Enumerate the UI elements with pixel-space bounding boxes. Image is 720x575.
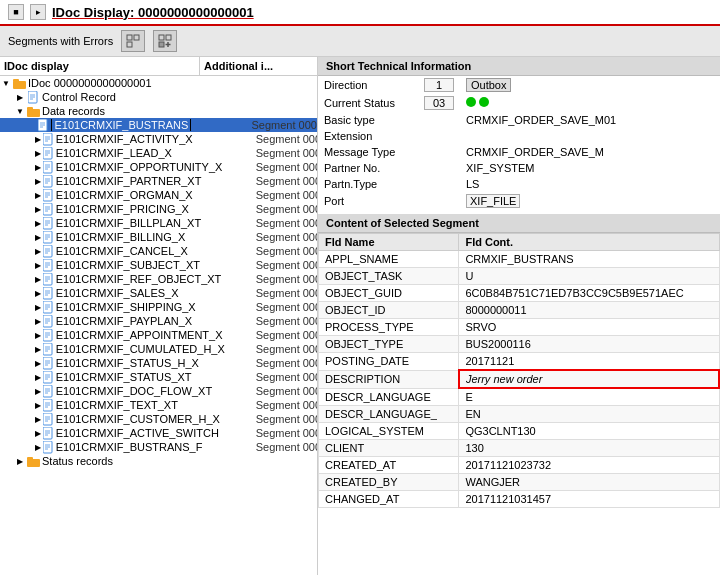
tree-arrow-icon[interactable]: ▶	[33, 357, 42, 369]
tree-item-label: E101CRMXIF_SHIPPING_X	[56, 301, 256, 313]
doc-icon	[43, 385, 54, 397]
tree-item[interactable]: ▶E101CRMXIF_LEAD_XSegment 00001	[0, 146, 317, 160]
tree-arrow-icon[interactable]: ▶	[33, 203, 42, 215]
tree-item[interactable]: ▶E101CRMXIF_BILLPLAN_XTSegment 00006	[0, 216, 317, 230]
tree-arrow-icon[interactable]: ▶	[33, 231, 42, 243]
tree-item-label: E101CRMXIF_STATUS_H_X	[56, 357, 256, 369]
tree-arrow-icon[interactable]: ▼	[0, 77, 12, 89]
tree-arrow-icon[interactable]: ▶	[33, 413, 42, 425]
tree-arrow-icon[interactable]: ▶	[33, 273, 42, 285]
tree-item-label: E101CRMXIF_SUBJECT_XT	[56, 259, 256, 271]
doc-icon	[43, 245, 54, 257]
tree-arrow-icon[interactable]: ▶	[33, 441, 42, 453]
tree-item[interactable]: ▶E101CRMXIF_SUBJECT_XTSegment 00007	[0, 258, 317, 272]
content-field-value: WANGJER	[459, 474, 719, 491]
tree-arrow-icon[interactable]: ▼	[14, 105, 26, 117]
tree-item[interactable]: ▶E101CRMXIF_ACTIVITY_XSegment 00001	[0, 132, 317, 146]
content-field-name: LOGICAL_SYSTEM	[319, 423, 459, 440]
tree-arrow-icon[interactable]: ▶	[33, 245, 42, 257]
tree-item[interactable]: ▶E101CRMXIF_TEXT_XTSegment 00010	[0, 398, 317, 412]
tree-item[interactable]: ▶E101CRMXIF_ACTIVE_SWITCHSegment 00010	[0, 426, 317, 440]
tree-item-segment: Segment 00006	[256, 203, 317, 215]
left-header: IDoc display Additional i...	[0, 57, 317, 76]
tree-item[interactable]: ▶E101CRMXIF_PRICING_XSegment 00006	[0, 202, 317, 216]
content-field-value: 6C0B84B751C71ED7B3CC9C5B9E571AEC	[459, 285, 719, 302]
tree-item[interactable]: ▼Data records	[0, 104, 317, 118]
svg-rect-113	[27, 457, 33, 460]
tree-arrow-icon[interactable]: ▶	[33, 217, 42, 229]
content-field-name: APPL_SNAME	[319, 251, 459, 268]
tree-arrow-icon[interactable]: ▶	[33, 259, 42, 271]
page-title: IDoc Display: 0000000000000001	[52, 5, 254, 20]
content-row: LOGICAL_SYSTEMQG3CLNT130	[319, 423, 720, 440]
tree-item[interactable]: ▶E101CRMXIF_STATUS_H_XSegment 00009	[0, 356, 317, 370]
tree-arrow-icon[interactable]	[26, 119, 37, 131]
tree-item[interactable]: ▶E101CRMXIF_CANCEL_XSegment 00006	[0, 244, 317, 258]
content-row: CLIENT130	[319, 440, 720, 457]
tree-item[interactable]: ▶Control Record	[0, 90, 317, 104]
content-row: DESCR_LANGUAGEE	[319, 388, 720, 406]
tree-item[interactable]: ▶E101CRMXIF_BUSTRANS_FSegment 00011	[0, 440, 317, 454]
tree-item[interactable]: ▶Status records	[0, 454, 317, 468]
tree-arrow-icon[interactable]: ▶	[33, 287, 42, 299]
content-field-name: CREATED_AT	[319, 457, 459, 474]
port-value-box: XIF_FILE	[466, 194, 520, 208]
tree-item[interactable]: E101CRMXIF_BUSTRANSSegment 0000	[0, 118, 317, 132]
tree-item[interactable]: ▶E101CRMXIF_REF_OBJECT_XTSegment 00007	[0, 272, 317, 286]
tree-item-label: E101CRMXIF_ORGMAN_X	[56, 189, 256, 201]
content-field-value: 20171121	[459, 353, 719, 371]
tree-item[interactable]: ▶E101CRMXIF_OPPORTUNITY_XSegment 00001	[0, 160, 317, 174]
tree-item[interactable]: ▶E101CRMXIF_DOC_FLOW_XTSegment 00010	[0, 384, 317, 398]
info-label: Direction	[318, 76, 418, 94]
tree-arrow-icon[interactable]: ▶	[33, 385, 42, 397]
tree-item-label: IDoc 0000000000000001	[28, 77, 228, 89]
tree-arrow-icon[interactable]: ▶	[33, 343, 42, 355]
tree-arrow-icon[interactable]: ▶	[33, 133, 42, 145]
tree-item[interactable]: ▶E101CRMXIF_BILLING_XSegment 00006	[0, 230, 317, 244]
toolbar-btn1[interactable]	[121, 30, 145, 52]
tree-item-segment: Segment 00007	[256, 259, 317, 271]
tree-item[interactable]: ▶E101CRMXIF_ORGMAN_XSegment 00005	[0, 188, 317, 202]
status-dot2	[479, 97, 489, 107]
tree-item[interactable]: ▶E101CRMXIF_SALES_XSegment 00007	[0, 286, 317, 300]
tree-arrow-icon[interactable]: ▶	[33, 371, 42, 383]
tree-item-segment: Segment 00006	[256, 245, 317, 257]
tree-item[interactable]: ▼IDoc 0000000000000001	[0, 76, 317, 90]
tree-item[interactable]: ▶E101CRMXIF_SHIPPING_XSegment 00007	[0, 300, 317, 314]
tree-item[interactable]: ▶E101CRMXIF_CUSTOMER_H_XSegment 00010	[0, 412, 317, 426]
toolbar: Segments with Errors	[0, 26, 720, 57]
content-row: DESCR_LANGUAGE_EN	[319, 406, 720, 423]
info-value: Outbox	[460, 76, 720, 94]
tree-item-label: E101CRMXIF_APPOINTMENT_X	[56, 329, 256, 341]
tree-item[interactable]: ▶E101CRMXIF_APPOINTMENT_XSegment 00008	[0, 328, 317, 342]
doc-icon	[43, 343, 54, 355]
tree-arrow-icon[interactable]: ▶	[33, 427, 42, 439]
tree-item[interactable]: ▶E101CRMXIF_PARTNER_XTSegment 00002	[0, 174, 317, 188]
content-row: APPL_SNAMECRMXIF_BUSTRANS	[319, 251, 720, 268]
svg-rect-15	[27, 107, 33, 110]
tree-arrow-icon[interactable]: ▶	[33, 301, 42, 313]
doc-icon	[43, 203, 54, 215]
tree-arrow-icon[interactable]: ▶	[33, 175, 42, 187]
tree-arrow-icon[interactable]: ▶	[14, 455, 26, 467]
tree-item[interactable]: ▶E101CRMXIF_STATUS_XTSegment 00010	[0, 370, 317, 384]
doc-icon	[43, 273, 54, 285]
tree-item[interactable]: ▶E101CRMXIF_PAYPLAN_XSegment 00008	[0, 314, 317, 328]
content-field-value: CRMXIF_BUSTRANS	[459, 251, 719, 268]
tree-arrow-icon[interactable]: ▶	[33, 161, 42, 173]
tree-item-label: E101CRMXIF_BUSTRANS	[51, 119, 251, 131]
tree-arrow-icon[interactable]: ▶	[33, 329, 42, 341]
tree-arrow-icon[interactable]: ▶	[33, 189, 42, 201]
tree-arrow-icon[interactable]: ▶	[14, 91, 26, 103]
toolbar-btn2[interactable]	[153, 30, 177, 52]
content-row: CREATED_AT20171121023732	[319, 457, 720, 474]
tree-item[interactable]: ▶E101CRMXIF_CUMULATED_H_XSegment 00008	[0, 342, 317, 356]
tree-arrow-icon[interactable]: ▶	[33, 315, 42, 327]
tree-container: ▼IDoc 0000000000000001▶Control Record▼Da…	[0, 76, 317, 468]
doc-icon	[43, 161, 54, 173]
tree-arrow-icon[interactable]: ▶	[33, 147, 42, 159]
doc-icon	[43, 175, 54, 187]
tree-item-segment: Segment 00009	[256, 357, 317, 369]
doc-icon	[43, 133, 54, 145]
tree-arrow-icon[interactable]: ▶	[33, 399, 42, 411]
